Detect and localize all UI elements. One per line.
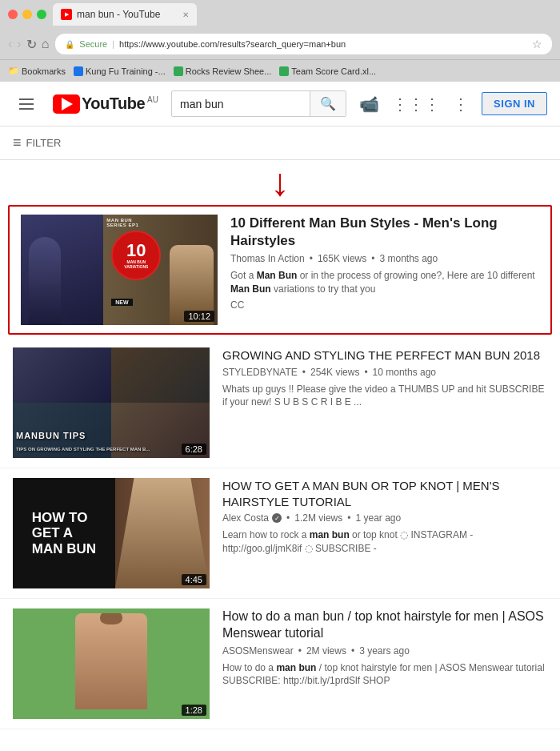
- filter-button[interactable]: ≡ FILTER: [13, 135, 61, 151]
- video-title: 10 Different Man Bun Styles - Men's Long…: [230, 215, 539, 250]
- separator: •: [298, 645, 302, 657]
- bookmarks-label: Bookmarks: [22, 66, 66, 76]
- upload-time: 3 years ago: [359, 645, 410, 657]
- header-actions: 📹 ⋮⋮⋮ ⋮ SIGN IN: [359, 92, 547, 115]
- upload-icon[interactable]: 📹: [359, 94, 379, 114]
- hamburger-line-1: [19, 98, 34, 100]
- annotation-arrow: ↓: [0, 160, 560, 202]
- bookmark-team-score-label: Team Score Card.xl...: [291, 66, 376, 76]
- video-thumbnail[interactable]: MAN BUNSERIES EP1 10 MAN BUNVARIATIONS N…: [21, 215, 218, 325]
- bookmark-kung-fu-label: Kung Fu Training -...: [86, 66, 166, 76]
- thumb-overlay-text: MANBUN TIPS: [16, 431, 86, 440]
- close-button[interactable]: [8, 10, 18, 19]
- video-duration: 6:28: [182, 444, 206, 455]
- video-item[interactable]: 1:28 How to do a man bun / top knot hair…: [0, 599, 560, 729]
- view-count: 254K views: [310, 367, 359, 378]
- video-item[interactable]: MAN BUNSERIES EP1 10 MAN BUNVARIATIONS N…: [8, 205, 552, 335]
- search-input[interactable]: [172, 93, 310, 115]
- video-item[interactable]: MANBUN TIPS TIPS ON GROWING AND STYLING …: [0, 338, 560, 468]
- channel-name: Thomas In Action: [230, 253, 305, 264]
- separator: •: [286, 512, 290, 524]
- upload-time: 10 months ago: [373, 367, 436, 378]
- video-duration: 1:28: [182, 705, 206, 716]
- badge-number: 10: [126, 242, 146, 259]
- hamburger-menu-button[interactable]: [13, 92, 40, 116]
- separator-2: •: [364, 367, 367, 378]
- youtube-play-icon: [62, 98, 73, 110]
- forward-button[interactable]: ›: [17, 37, 21, 51]
- home-button[interactable]: ⌂: [42, 37, 50, 51]
- video-duration: 4:45: [182, 574, 206, 585]
- video-description: Learn how to rock a man bun or top knot …: [222, 528, 547, 556]
- minimize-button[interactable]: [22, 10, 32, 19]
- channel-name: STYLEDBYNATE: [222, 367, 298, 378]
- video-item[interactable]: HOW TOGET AMAN BUN 4:45 HOW TO GET A MAN…: [0, 468, 560, 599]
- filter-label: FILTER: [26, 137, 62, 149]
- video-title: HOW TO GET A MAN BUN OR TOP KNOT | MEN'S…: [222, 478, 547, 509]
- lock-icon: 🔒: [65, 40, 74, 49]
- video-title: GROWING AND STYLING THE PERFECT MAN BUN …: [222, 347, 547, 363]
- thumb-text: HOW TOGET AMAN BUN: [32, 510, 96, 557]
- bookmark-doc-icon: [74, 66, 83, 76]
- bookmark-star-icon[interactable]: ☆: [532, 38, 542, 50]
- maximize-button[interactable]: [37, 10, 46, 19]
- video-info: HOW TO GET A MAN BUN OR TOP KNOT | MEN'S…: [222, 478, 547, 588]
- bookmarks-folder-icon: 📁: [8, 66, 19, 76]
- tab-favicon: [61, 9, 72, 20]
- bookmark-kung-fu[interactable]: Kung Fu Training -...: [74, 66, 166, 76]
- youtube-region-label: AU: [147, 95, 158, 104]
- view-count: 2M views: [306, 645, 346, 657]
- video-thumbnail[interactable]: MANBUN TIPS TIPS ON GROWING AND STYLING …: [13, 347, 210, 458]
- hamburger-line-3: [19, 108, 34, 110]
- channel-name: ASOSMenswear: [222, 645, 294, 657]
- video-thumbnail[interactable]: HOW TOGET AMAN BUN 4:45: [13, 478, 210, 588]
- reload-button[interactable]: ↻: [26, 37, 37, 52]
- apps-icon[interactable]: ⋮⋮⋮: [392, 94, 440, 114]
- youtube-logo-icon: [53, 94, 80, 114]
- filter-icon: ≡: [13, 135, 22, 151]
- filter-bar: ≡ FILTER: [0, 127, 560, 160]
- video-info: How to do a man bun / top knot hairstyle…: [222, 608, 547, 719]
- view-count: 1.2M views: [294, 512, 342, 524]
- bookmarks-bar: 📁 Bookmarks Kung Fu Training -... Rocks …: [0, 59, 560, 82]
- bookmark-team-score[interactable]: Team Score Card.xl...: [279, 66, 376, 76]
- more-options-icon[interactable]: ⋮: [453, 94, 469, 114]
- browser-tab[interactable]: man bun - YouTube ✕: [53, 3, 197, 26]
- hamburger-line-2: [19, 103, 34, 105]
- bookmark-sheet-icon-1: [174, 66, 183, 76]
- channel-name: Alex Costa: [222, 512, 269, 524]
- search-bar: 🔍: [171, 90, 346, 117]
- thumb-series-label: MAN BUNSERIES EP1: [106, 218, 138, 227]
- verified-icon: ✓: [272, 513, 282, 523]
- video-duration: 10:12: [184, 311, 214, 322]
- sign-in-button[interactable]: SIGN IN: [482, 92, 547, 115]
- youtube-header: YouTubeAU 🔍 📹 ⋮⋮⋮ ⋮ SIGN IN: [0, 82, 560, 127]
- video-description: Got a Man Bun or in the process of growi…: [230, 269, 539, 296]
- bookmark-bookmarks[interactable]: 📁 Bookmarks: [8, 66, 66, 76]
- badge-text: MAN BUNVARIATIONS: [124, 259, 148, 270]
- video-thumbnail[interactable]: 1:28: [13, 608, 210, 719]
- search-button[interactable]: 🔍: [310, 91, 346, 116]
- back-button[interactable]: ‹: [8, 37, 12, 51]
- youtube-logo[interactable]: YouTubeAU: [53, 94, 158, 114]
- bookmark-rocks-label: Rocks Review Shee...: [186, 66, 272, 76]
- video-info: GROWING AND STYLING THE PERFECT MAN BUN …: [222, 347, 547, 458]
- video-title: How to do a man bun / top knot hairstyle…: [222, 608, 547, 642]
- url-field[interactable]: 🔒 Secure | https://www.youtube.com/resul…: [55, 34, 552, 54]
- tab-title: man bun - YouTube: [77, 9, 178, 20]
- upload-time: 3 months ago: [380, 253, 438, 264]
- browser-chrome: man bun - YouTube ✕ ‹ › ↻ ⌂ 🔒 Secure | h…: [0, 0, 560, 82]
- title-bar: man bun - YouTube ✕: [0, 0, 560, 29]
- separator-2: •: [347, 512, 350, 524]
- bookmark-rocks[interactable]: Rocks Review Shee...: [174, 66, 272, 76]
- video-meta: ASOSMenswear • 2M views • 3 years ago: [222, 645, 547, 657]
- separator-2: •: [371, 253, 374, 264]
- video-meta: STYLEDBYNATE • 254K views • 10 months ag…: [222, 367, 547, 378]
- video-info: 10 Different Man Bun Styles - Men's Long…: [230, 215, 539, 325]
- separator: •: [310, 253, 313, 264]
- secure-label: Secure: [79, 39, 107, 49]
- nav-buttons: ‹ › ↻ ⌂: [8, 37, 49, 52]
- separator: •: [302, 367, 306, 378]
- tab-close-button[interactable]: ✕: [182, 10, 189, 19]
- upload-time: 1 year ago: [355, 512, 401, 524]
